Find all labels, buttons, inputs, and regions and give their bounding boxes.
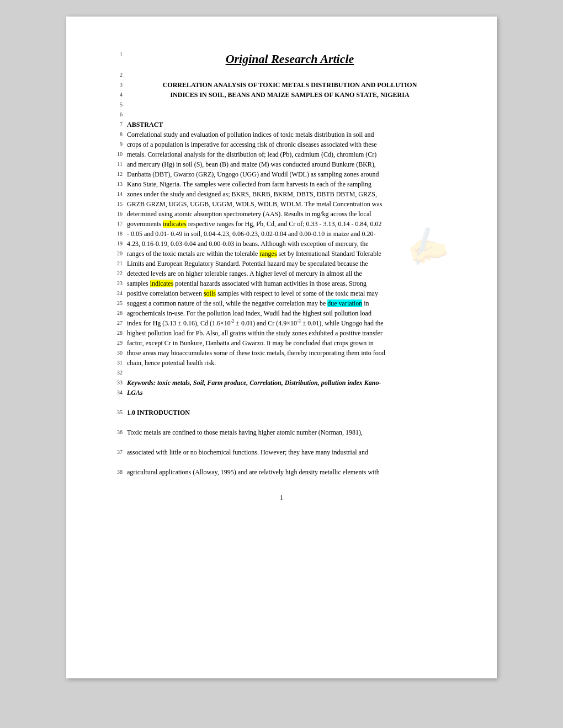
document-page: ✍ 1 Original Research Article 2 3 CORREL…: [66, 17, 497, 678]
line-9: 9 crops of a population is imperative fo…: [110, 140, 453, 149]
line-num-15: 15: [110, 199, 127, 208]
line-28: 28 highest pollution load for Pb. Also, …: [110, 328, 453, 338]
line-15: 15 GRZB GRZM, UGGS, UGGB, UGGM, WDLS, WD…: [110, 199, 453, 209]
line-num-16: 16: [110, 209, 127, 218]
line-19: 19 4.23, 0.16-0.19, 0.03-0.04 and 0.00-0…: [110, 239, 453, 249]
line-num-blank2: [110, 417, 127, 426]
page-number: 1: [110, 494, 453, 502]
line-12: 12 Danbatta (DBT), Gwarzo (GRZ), Ungogo …: [110, 169, 453, 179]
intro-line-37: associated with little or no biochemical…: [127, 447, 453, 457]
line-4: 4 INDICES IN SOIL, BEANS AND MAIZE SAMPL…: [110, 90, 453, 100]
line-num-31: 31: [110, 358, 127, 367]
line-32: 32: [110, 368, 453, 378]
highlight-indicates-2: indicates: [150, 280, 174, 287]
abstract-line-12: Danbatta (DBT), Gwarzo (GRZ), Ungogo (UG…: [127, 169, 453, 179]
line-num-32: 32: [110, 368, 127, 377]
line-num-37: 37: [110, 447, 127, 456]
line-6: 6: [110, 110, 453, 120]
line-23: 23 samples indicates potential hazards a…: [110, 279, 453, 288]
line-num-35: 35: [110, 408, 127, 416]
line-num-blank4: [110, 457, 127, 466]
line-num-blank3: [110, 437, 127, 446]
abstract-line-13: Kano State, Nigeria. The samples were co…: [127, 179, 453, 189]
line-1: 1 Original Research Article: [110, 50, 453, 70]
abstract-line-20: ranges of the toxic metals are within th…: [127, 249, 453, 259]
line-10: 10 metals. Correlational analysis for th…: [110, 149, 453, 159]
line-22: 22 detected levels are on higher tolerab…: [110, 269, 453, 279]
line-num-23: 23: [110, 279, 127, 287]
abstract-line-27: index for Hg (3.13 ± 0.16), Cd (1.6×10-2…: [127, 318, 453, 328]
line-num-13: 13: [110, 179, 127, 188]
line-num-14: 14: [110, 189, 127, 198]
line-num-28: 28: [110, 328, 127, 337]
heading-line-2: INDICES IN SOIL, BEANS AND MAIZE SAMPLES…: [127, 90, 453, 100]
abstract-line-11: and mercury (Hg) in soil (S), bean (B) a…: [127, 159, 453, 169]
line-num-17: 17: [110, 219, 127, 228]
line-num-20: 20: [110, 249, 127, 258]
abstract-line-29: factor, except Cr in Bunkure, Danbatta a…: [127, 338, 453, 348]
keywords-line: Keywords: toxic metals, Soil, Farm produ…: [127, 378, 453, 388]
highlight-soils: soils: [204, 290, 216, 297]
line-num-6: 6: [110, 110, 127, 119]
line-13: 13 Kano State, Nigeria. The samples were…: [110, 179, 453, 189]
line-num-27: 27: [110, 318, 127, 327]
line-num-33: 33: [110, 378, 127, 387]
line-num-2: 2: [110, 70, 127, 79]
abstract-line-24: positive correlation between soils sampl…: [127, 288, 453, 298]
abstract-line-23: samples indicates potential hazards asso…: [127, 279, 453, 288]
line-6-content: [127, 110, 453, 120]
line-5: 5: [110, 100, 453, 110]
line-num-18: 18: [110, 229, 127, 238]
blank-content-3: [127, 437, 453, 447]
heading-line-1: CORRELATION ANALYSIS OF TOXIC METALS DIS…: [127, 80, 453, 90]
line-21: 21 Limits and European Regulatory Standa…: [110, 259, 453, 269]
line-blank-36-37: [110, 437, 453, 447]
line-num-29: 29: [110, 338, 127, 347]
line-7: 7 ABSTRACT: [110, 120, 453, 130]
line-18: 18 - 0.05 and 0.01- 0.49 in soil, 0.04-4…: [110, 229, 453, 239]
line-num-9: 9: [110, 140, 127, 148]
line-20: 20 ranges of the toxic metals are within…: [110, 249, 453, 259]
line-29: 29 factor, except Cr in Bunkure, Danbatt…: [110, 338, 453, 348]
line-num-36: 36: [110, 427, 127, 436]
line-num-7: 7: [110, 120, 127, 129]
line-33: 33 Keywords: toxic metals, Soil, Farm pr…: [110, 378, 453, 388]
abstract-line-22: detected levels are on higher tolerable …: [127, 269, 453, 279]
line-num-34: 34: [110, 388, 127, 397]
line-2: 2: [110, 70, 453, 80]
line-25: 25 suggest a common nature of the soil, …: [110, 298, 453, 308]
line-11: 11 and mercury (Hg) in soil (S), bean (B…: [110, 159, 453, 169]
abstract-line-8: Correlational study and evaluation of po…: [127, 130, 453, 140]
abstract-line-26: agrochemicals in-use. For the pollution …: [127, 308, 453, 318]
highlight-due-variation: due variation: [327, 299, 362, 307]
line-blank-37-38: [110, 457, 453, 467]
intro-heading: 1.0 INTRODUCTION: [127, 408, 453, 417]
line-27: 27 index for Hg (3.13 ± 0.16), Cd (1.6×1…: [110, 318, 453, 328]
line-17: 17 governments indicates respective rang…: [110, 219, 453, 229]
abstract-line-21: Limits and European Regulatory Standard.…: [127, 259, 453, 269]
line-35: 35 1.0 INTRODUCTION: [110, 408, 453, 417]
line-num-5: 5: [110, 100, 127, 109]
line-num-8: 8: [110, 130, 127, 138]
line-num-4: 4: [110, 90, 127, 99]
abstract-line-30: those areas may bioaccumulates some of t…: [127, 348, 453, 358]
line-14: 14 zones under the study and designed as…: [110, 189, 453, 199]
abstract-line-28: highest pollution load for Pb. Also, all…: [127, 328, 453, 338]
line-num-12: 12: [110, 169, 127, 178]
line-31: 31 chain, hence potential health risk.: [110, 358, 453, 368]
line-16: 16 determined using atomic absorption sp…: [110, 209, 453, 219]
abstract-line-25: suggest a common nature of the soil, whi…: [127, 298, 453, 308]
line-num-25: 25: [110, 298, 127, 307]
line-num-10: 10: [110, 149, 127, 158]
abstract-line-14: zones under the study and designed as; B…: [127, 189, 453, 199]
abstract-line-18: - 0.05 and 0.01- 0.49 in soil, 0.04-4.23…: [127, 229, 453, 239]
blank-content-2: [127, 417, 453, 427]
line-num-21: 21: [110, 259, 127, 267]
line-24: 24 positive correlation between soils sa…: [110, 288, 453, 298]
line-37: 37 associated with little or no biochemi…: [110, 447, 453, 457]
line-34: 34 LGAs: [110, 388, 453, 398]
line-32-content: [127, 368, 453, 378]
line-num-26: 26: [110, 308, 127, 317]
line-num-1: 1: [110, 50, 127, 58]
line-num-19: 19: [110, 239, 127, 248]
